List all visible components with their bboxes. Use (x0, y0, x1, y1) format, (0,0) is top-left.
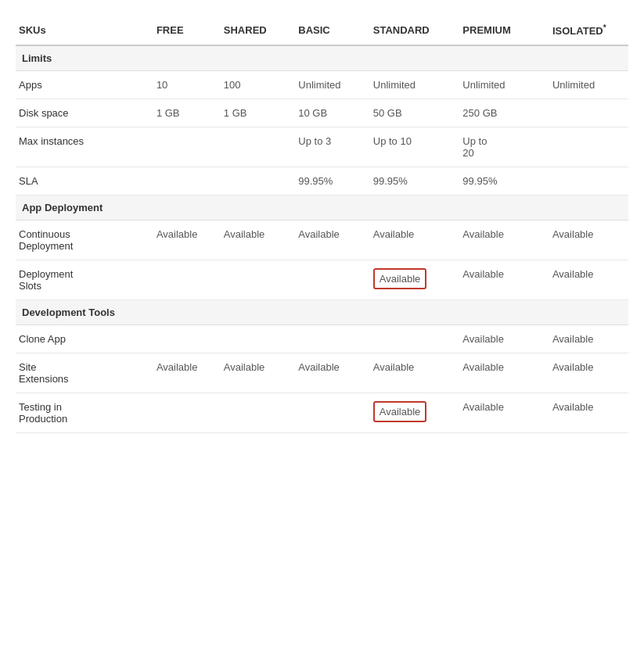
cell-isolated-sla (546, 167, 628, 195)
cell-free-apps: 10 (150, 71, 218, 99)
section-header-limits: Limits (16, 45, 628, 71)
row-deployment-slots: Deployment SlotsAvailableAvailableAvaila… (16, 260, 628, 300)
cell-name-apps: Apps (16, 71, 150, 99)
cell-free-clone-app (150, 325, 218, 353)
header-standard: STANDARD (367, 16, 457, 45)
cell-name-sla: SLA (16, 167, 150, 195)
cell-basic-continuous-deployment: Available (292, 221, 366, 260)
cell-standard-disk-space: 50 GB (367, 99, 457, 127)
section-header-development-tools: Development Tools (16, 300, 628, 325)
highlighted-available: Available (373, 401, 427, 422)
section-header-app-deployment: App Deployment (16, 195, 628, 221)
cell-free-site-extensions: Available (150, 353, 218, 393)
cell-premium-continuous-deployment: Available (456, 221, 546, 260)
cell-basic-sla: 99.95% (292, 167, 366, 195)
section-label-app-deployment: App Deployment (16, 195, 628, 221)
cell-free-continuous-deployment: Available (150, 221, 218, 260)
cell-basic-disk-space: 10 GB (292, 99, 366, 127)
cell-shared-site-extensions: Available (218, 353, 292, 393)
row-apps: Apps10100UnlimitedUnlimitedUnlimitedUnli… (16, 71, 628, 99)
cell-isolated-clone-app: Available (546, 325, 628, 353)
cell-shared-clone-app (218, 325, 292, 353)
table-header-row: SKUs FREE SHARED BASIC STANDARD PREMIUM … (16, 16, 628, 45)
cell-name-clone-app: Clone App (16, 325, 150, 353)
cell-standard-site-extensions: Available (367, 353, 457, 393)
cell-standard-clone-app (367, 325, 457, 353)
cell-basic-apps: Unlimited (292, 71, 366, 99)
cell-standard-deployment-slots: Available (367, 260, 457, 300)
row-max-instances: Max instancesUp to 3Up to 10Up to 20 (16, 127, 628, 167)
cell-basic-site-extensions: Available (292, 353, 366, 393)
cell-name-continuous-deployment: Continuous Deployment (16, 221, 150, 260)
cell-standard-max-instances: Up to 10 (367, 127, 457, 167)
cell-name-testing-in-production: Testing in Production (16, 393, 150, 433)
header-shared: SHARED (218, 16, 292, 45)
header-free: FREE (150, 16, 218, 45)
cell-shared-apps: 100 (218, 71, 292, 99)
cell-premium-clone-app: Available (456, 325, 546, 353)
cell-name-deployment-slots: Deployment Slots (16, 260, 150, 300)
cell-shared-continuous-deployment: Available (218, 221, 292, 260)
cell-free-deployment-slots (150, 260, 218, 300)
cell-isolated-apps: Unlimited (546, 71, 628, 99)
header-isolated: ISOLATED* (546, 16, 628, 45)
cell-isolated-deployment-slots: Available (546, 260, 628, 300)
cell-premium-site-extensions: Available (456, 353, 546, 393)
cell-premium-deployment-slots: Available (456, 260, 546, 300)
row-sla: SLA99.95%99.95%99.95% (16, 167, 628, 195)
cell-isolated-site-extensions: Available (546, 353, 628, 393)
cell-standard-apps: Unlimited (367, 71, 457, 99)
header-sku: SKUs (16, 16, 150, 45)
cell-isolated-continuous-deployment: Available (546, 221, 628, 260)
cell-shared-max-instances (218, 127, 292, 167)
cell-shared-testing-in-production (218, 393, 292, 433)
cell-isolated-max-instances (546, 127, 628, 167)
cell-standard-sla: 99.95% (367, 167, 457, 195)
cell-basic-clone-app (292, 325, 366, 353)
header-premium: PREMIUM (456, 16, 546, 45)
cell-basic-max-instances: Up to 3 (292, 127, 366, 167)
cell-basic-deployment-slots (292, 260, 366, 300)
highlighted-available: Available (373, 268, 427, 289)
cell-free-disk-space: 1 GB (150, 99, 218, 127)
cell-premium-testing-in-production: Available (456, 393, 546, 433)
section-label-limits: Limits (16, 45, 628, 71)
cell-shared-deployment-slots (218, 260, 292, 300)
cell-isolated-testing-in-production: Available (546, 393, 628, 433)
cell-name-disk-space: Disk space (16, 99, 150, 127)
cell-name-max-instances: Max instances (16, 127, 150, 167)
cell-free-testing-in-production (150, 393, 218, 433)
cell-shared-sla (218, 167, 292, 195)
row-disk-space: Disk space1 GB1 GB10 GB50 GB250 GB (16, 99, 628, 127)
section-label-development-tools: Development Tools (16, 300, 628, 325)
row-continuous-deployment: Continuous DeploymentAvailableAvailableA… (16, 221, 628, 260)
cell-name-site-extensions: Site Extensions (16, 353, 150, 393)
header-basic: BASIC (292, 16, 366, 45)
cell-premium-sla: 99.95% (456, 167, 546, 195)
row-testing-in-production: Testing in ProductionAvailableAvailableA… (16, 393, 628, 433)
cell-premium-apps: Unlimited (456, 71, 546, 99)
cell-isolated-disk-space (546, 99, 628, 127)
cell-premium-max-instances: Up to 20 (456, 127, 546, 167)
cell-shared-disk-space: 1 GB (218, 99, 292, 127)
cell-premium-disk-space: 250 GB (456, 99, 546, 127)
cell-free-max-instances (150, 127, 218, 167)
cell-standard-continuous-deployment: Available (367, 221, 457, 260)
cell-basic-testing-in-production (292, 393, 366, 433)
row-site-extensions: Site ExtensionsAvailableAvailableAvailab… (16, 353, 628, 393)
cell-standard-testing-in-production: Available (367, 393, 457, 433)
cell-free-sla (150, 167, 218, 195)
row-clone-app: Clone AppAvailableAvailable (16, 325, 628, 353)
